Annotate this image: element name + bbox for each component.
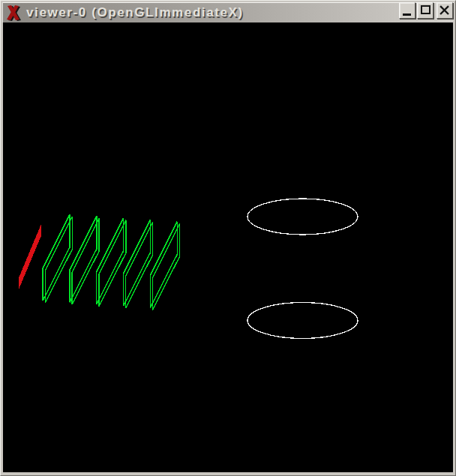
ellipse-top — [248, 199, 358, 235]
green-slab-front-2 — [70, 216, 97, 302]
green-slab-front-5 — [150, 222, 177, 308]
minimize-button[interactable] — [399, 2, 416, 19]
green-slab-back-5 — [152, 223, 179, 310]
close-icon — [437, 3, 452, 18]
gl-scene — [3, 22, 453, 472]
minimize-icon — [403, 13, 411, 16]
maximize-icon — [421, 5, 430, 14]
green-slab-back-1 — [45, 217, 72, 303]
gl-viewport[interactable] — [3, 22, 453, 472]
ellipse-bottom — [248, 303, 358, 339]
red-slab — [19, 225, 41, 289]
close-button[interactable] — [436, 2, 453, 19]
x11-logo-icon[interactable] — [6, 4, 21, 22]
window-controls — [399, 2, 453, 19]
green-slab-front-1 — [43, 214, 70, 301]
titlebar[interactable]: viewer-0 (OpenGLImmediateX) — [2, 2, 454, 22]
green-slab-back-2 — [72, 218, 99, 304]
green-slab-back-4 — [126, 222, 153, 308]
green-slab-front-3 — [97, 218, 124, 304]
green-slab-front-4 — [123, 220, 150, 306]
green-slab-back-3 — [99, 220, 126, 307]
viewer-window: viewer-0 (OpenGLImmediateX) — [0, 0, 456, 476]
maximize-button[interactable] — [417, 2, 434, 19]
window-title: viewer-0 (OpenGLImmediateX) — [26, 5, 244, 20]
